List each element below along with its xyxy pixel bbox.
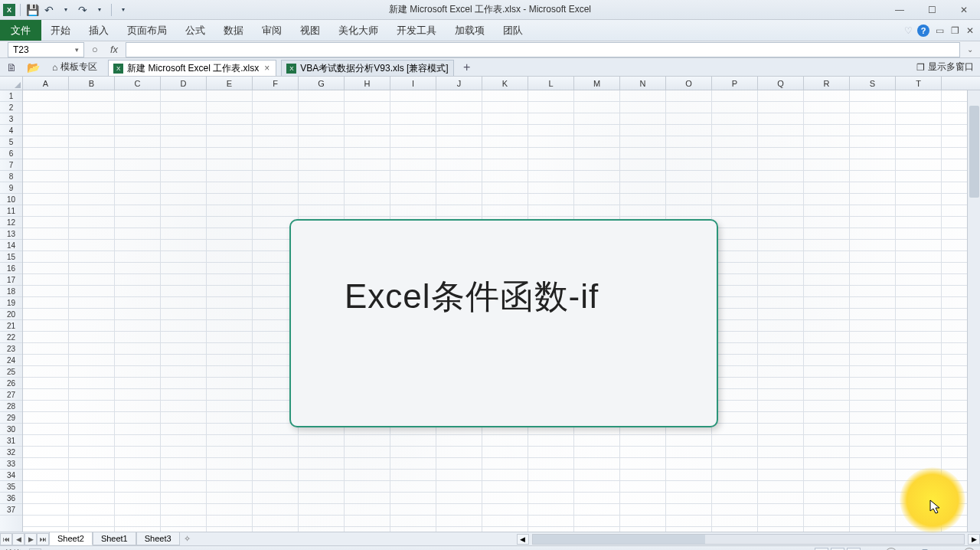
sheet-tab[interactable]: Sheet2: [49, 532, 93, 545]
sheet-nav-last-icon[interactable]: ⏭: [37, 533, 49, 545]
sheet-add-icon[interactable]: ✧: [180, 534, 195, 544]
col-header[interactable]: H: [345, 77, 390, 90]
col-header[interactable]: O: [666, 77, 712, 90]
sheet-tab[interactable]: Sheet1: [93, 532, 136, 545]
sheet-tab[interactable]: Sheet3: [136, 532, 180, 545]
row-header[interactable]: 14: [0, 240, 22, 251]
favorite-icon[interactable]: ♡: [904, 25, 913, 36]
doctab-add-icon[interactable]: +: [459, 60, 475, 75]
ribbon-tab-insert[interactable]: 插入: [80, 20, 118, 41]
horizontal-scrollbar[interactable]: [532, 534, 965, 545]
col-header[interactable]: A: [23, 77, 69, 90]
formula-input[interactable]: [126, 42, 960, 57]
sheet-nav-first-icon[interactable]: ⏮: [0, 533, 12, 545]
row-header[interactable]: 3: [0, 113, 22, 125]
hscroll-left-icon[interactable]: ◀: [517, 534, 529, 545]
col-header[interactable]: E: [207, 77, 253, 90]
cancel-formula-icon[interactable]: ○: [89, 44, 101, 55]
ribbon-file-tab[interactable]: 文件: [0, 20, 41, 41]
row-header[interactable]: 29: [0, 412, 22, 424]
view-pagelayout-icon[interactable]: ▤: [831, 548, 844, 551]
row-header[interactable]: 30: [0, 424, 22, 435]
ribbon-tab-developer[interactable]: 开发工具: [387, 20, 446, 41]
fx-icon[interactable]: fx: [106, 44, 122, 55]
hscroll-right-icon[interactable]: ▶: [968, 534, 980, 545]
select-all-corner[interactable]: [0, 77, 23, 90]
row-header[interactable]: 34: [0, 470, 22, 481]
row-header[interactable]: 8: [0, 171, 22, 182]
ribbon-tab-addins[interactable]: 加载项: [446, 20, 494, 41]
row-header[interactable]: 1: [0, 90, 22, 102]
ribbon-tab-formula[interactable]: 公式: [176, 20, 214, 41]
row-header[interactable]: 13: [0, 228, 22, 240]
row-header[interactable]: 26: [0, 378, 22, 389]
ribbon-tab-review[interactable]: 审阅: [253, 20, 291, 41]
col-header[interactable]: F: [253, 77, 299, 90]
sheet-nav-prev-icon[interactable]: ◀: [12, 533, 24, 545]
col-header[interactable]: P: [712, 77, 758, 90]
formula-expand-icon[interactable]: ⌄: [963, 45, 977, 54]
doctab-inactive[interactable]: X VBA考试数据分析V93.xls [兼容模式]: [281, 60, 453, 76]
row-header[interactable]: 36: [0, 493, 22, 504]
col-header[interactable]: R: [804, 77, 850, 90]
show-multi-window-button[interactable]: ❐ 显示多窗口: [916, 61, 980, 74]
ribbon-tab-beautify[interactable]: 美化大师: [329, 20, 387, 41]
row-header[interactable]: 15: [0, 251, 22, 263]
ribbon-close-icon[interactable]: ✕: [965, 25, 975, 36]
doctab-active[interactable]: X 新建 Microsoft Excel 工作表.xlsx ×: [108, 60, 276, 76]
cells-region[interactable]: Excel条件函数-if: [23, 90, 980, 532]
col-header[interactable]: T: [896, 77, 942, 90]
col-header[interactable]: N: [620, 77, 666, 90]
row-header[interactable]: 27: [0, 389, 22, 401]
app-excel-icon[interactable]: X: [3, 4, 15, 16]
col-header[interactable]: K: [482, 77, 528, 90]
col-header[interactable]: G: [299, 77, 345, 90]
qat-save-icon[interactable]: 💾: [25, 3, 39, 17]
qat-customize-icon[interactable]: ▾: [116, 3, 130, 17]
sheet-nav-next-icon[interactable]: ▶: [24, 533, 37, 545]
name-box[interactable]: T23 ▾: [8, 42, 84, 57]
row-header[interactable]: 23: [0, 343, 22, 355]
vscroll-thumb[interactable]: [969, 106, 979, 198]
view-normal-icon[interactable]: ▦: [815, 548, 828, 551]
name-box-dropdown-icon[interactable]: ▾: [71, 46, 82, 54]
row-header[interactable]: 20: [0, 309, 22, 320]
open-doc-icon[interactable]: 📂: [24, 60, 41, 75]
ribbon-minimize-icon[interactable]: ▭: [934, 25, 945, 36]
row-header[interactable]: 21: [0, 320, 22, 332]
window-minimize-button[interactable]: —: [884, 0, 916, 20]
row-header[interactable]: 11: [0, 205, 22, 217]
new-doc-icon[interactable]: 🗎: [3, 60, 20, 75]
doctab-close-icon[interactable]: ×: [263, 63, 271, 74]
row-header[interactable]: 16: [0, 263, 22, 274]
col-header[interactable]: J: [436, 77, 482, 90]
zoom-out-icon[interactable]: −: [885, 548, 897, 551]
qat-redo-icon[interactable]: ↷: [76, 3, 90, 17]
row-header[interactable]: 28: [0, 401, 22, 412]
row-header[interactable]: 37: [0, 504, 22, 516]
ribbon-tab-view[interactable]: 视图: [291, 20, 329, 41]
col-header[interactable]: Q: [758, 77, 804, 90]
col-header[interactable]: D: [161, 77, 207, 90]
qat-undo-icon[interactable]: ↶: [42, 3, 56, 17]
col-header[interactable]: B: [69, 77, 115, 90]
col-header[interactable]: C: [115, 77, 161, 90]
qat-undo-dropdown-icon[interactable]: ▾: [59, 3, 73, 17]
row-header[interactable]: 17: [0, 274, 22, 286]
qat-redo-dropdown-icon[interactable]: ▾: [93, 3, 106, 17]
row-header[interactable]: 22: [0, 332, 22, 343]
row-header[interactable]: 6: [0, 148, 22, 159]
ribbon-tab-layout[interactable]: 页面布局: [118, 20, 176, 41]
window-maximize-button[interactable]: ☐: [916, 0, 948, 20]
row-header[interactable]: 9: [0, 182, 22, 194]
row-header[interactable]: 31: [0, 435, 22, 447]
view-pagebreak-icon[interactable]: ▧: [847, 548, 861, 551]
help-icon[interactable]: ?: [917, 25, 929, 37]
hscroll-thumb[interactable]: [533, 535, 705, 544]
row-header[interactable]: 24: [0, 355, 22, 366]
row-header[interactable]: 25: [0, 366, 22, 378]
ribbon-restore-icon[interactable]: ❐: [949, 25, 960, 36]
ribbon-tab-team[interactable]: 团队: [494, 20, 532, 41]
row-header[interactable]: 12: [0, 217, 22, 228]
template-zone-button[interactable]: ⌂ 模板专区: [46, 61, 103, 74]
